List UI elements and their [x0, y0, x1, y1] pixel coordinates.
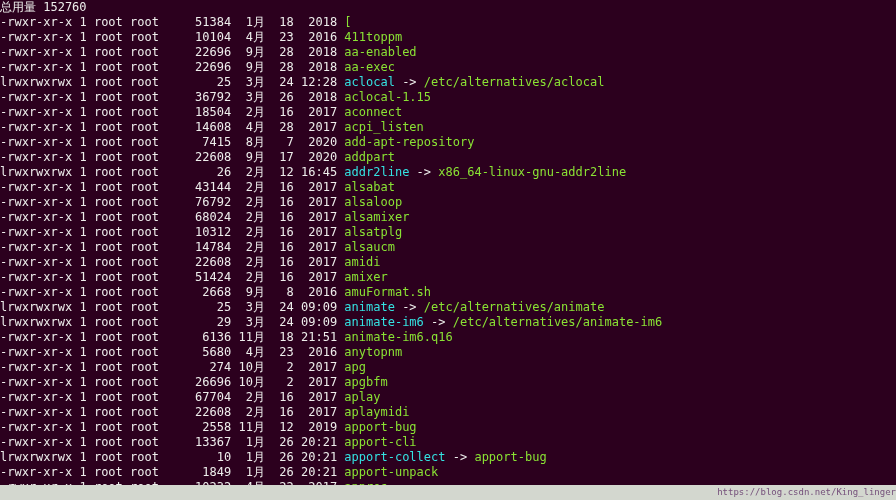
filename: [ — [344, 15, 351, 29]
terminal-output: 总用量 152760-rwxr-xr-x 1 root root 51384 1… — [0, 0, 896, 500]
file-row: -rwxr-xr-x 1 root root 22608 2月 16 2017 … — [0, 255, 896, 270]
filename: aa-exec — [344, 60, 395, 74]
filename: animate-im6 — [344, 315, 423, 329]
filename: apport-unpack — [344, 465, 438, 479]
link-target: /etc/alternatives/aclocal — [424, 75, 605, 89]
file-row: -rwxr-xr-x 1 root root 36792 3月 26 2018 … — [0, 90, 896, 105]
link-target: /etc/alternatives/animate — [424, 300, 605, 314]
file-row: lrwxrwxrwx 1 root root 25 3月 24 12:28 ac… — [0, 75, 896, 90]
filename: aclocal-1.15 — [344, 90, 431, 104]
file-row: -rwxr-xr-x 1 root root 43144 2月 16 2017 … — [0, 180, 896, 195]
filename: addpart — [344, 150, 395, 164]
file-row: lrwxrwxrwx 1 root root 10 1月 26 20:21 ap… — [0, 450, 896, 465]
filename: acpi_listen — [344, 120, 423, 134]
link-target: apport-bug — [474, 450, 546, 464]
filename: alsaloop — [344, 195, 402, 209]
file-row: -rwxr-xr-x 1 root root 22696 9月 28 2018 … — [0, 45, 896, 60]
filename: aclocal — [344, 75, 395, 89]
file-row: -rwxr-xr-x 1 root root 22696 9月 28 2018 … — [0, 60, 896, 75]
file-row: -rwxr-xr-x 1 root root 1849 1月 26 20:21 … — [0, 465, 896, 480]
filename: anytopnm — [344, 345, 402, 359]
file-row: -rwxr-xr-x 1 root root 68024 2月 16 2017 … — [0, 210, 896, 225]
file-row: lrwxrwxrwx 1 root root 26 2月 12 16:45 ad… — [0, 165, 896, 180]
file-row: -rwxr-xr-x 1 root root 14608 4月 28 2017 … — [0, 120, 896, 135]
filename: apg — [344, 360, 366, 374]
file-row: -rwxr-xr-x 1 root root 18504 2月 16 2017 … — [0, 105, 896, 120]
filename: amixer — [344, 270, 387, 284]
filename: apport-bug — [344, 420, 416, 434]
file-row: -rwxr-xr-x 1 root root 10104 4月 23 2016 … — [0, 30, 896, 45]
file-row: lrwxrwxrwx 1 root root 29 3月 24 09:09 an… — [0, 315, 896, 330]
file-row: -rwxr-xr-x 1 root root 7415 8月 7 2020 ad… — [0, 135, 896, 150]
filename: aconnect — [344, 105, 402, 119]
filename: aplaymidi — [344, 405, 409, 419]
file-row: -rwxr-xr-x 1 root root 6136 11月 18 21:51… — [0, 330, 896, 345]
file-row: -rwxr-xr-x 1 root root 76792 2月 16 2017 … — [0, 195, 896, 210]
file-row: -rwxr-xr-x 1 root root 10312 2月 16 2017 … — [0, 225, 896, 240]
filename: alsaucm — [344, 240, 395, 254]
filename: addr2line — [344, 165, 409, 179]
file-row: -rwxr-xr-x 1 root root 14784 2月 16 2017 … — [0, 240, 896, 255]
file-row: -rwxr-xr-x 1 root root 22608 2月 16 2017 … — [0, 405, 896, 420]
link-target: x86_64-linux-gnu-addr2line — [438, 165, 626, 179]
filename: alsamixer — [344, 210, 409, 224]
filename: apgbfm — [344, 375, 387, 389]
file-row: -rwxr-xr-x 1 root root 22608 9月 17 2020 … — [0, 150, 896, 165]
filename: alsatplg — [344, 225, 402, 239]
terminal[interactable]: 总用量 152760-rwxr-xr-x 1 root root 51384 1… — [0, 0, 896, 500]
filename: apport-cli — [344, 435, 416, 449]
filename: 411toppm — [344, 30, 402, 44]
filename: amuFormat.sh — [344, 285, 431, 299]
file-row: -rwxr-xr-x 1 root root 26696 10月 2 2017 … — [0, 375, 896, 390]
filename: alsabat — [344, 180, 395, 194]
filename: aplay — [344, 390, 380, 404]
link-target: /etc/alternatives/animate-im6 — [453, 315, 663, 329]
file-row: -rwxr-xr-x 1 root root 274 10月 2 2017 ap… — [0, 360, 896, 375]
file-row: -rwxr-xr-x 1 root root 2668 9月 8 2016 am… — [0, 285, 896, 300]
file-row: -rwxr-xr-x 1 root root 67704 2月 16 2017 … — [0, 390, 896, 405]
file-row: -rwxr-xr-x 1 root root 51424 2月 16 2017 … — [0, 270, 896, 285]
filename: amidi — [344, 255, 380, 269]
filename: animate-im6.q16 — [344, 330, 452, 344]
filename: animate — [344, 300, 395, 314]
filename: apport-collect — [344, 450, 445, 464]
file-row: -rwxr-xr-x 1 root root 5680 4月 23 2016 a… — [0, 345, 896, 360]
filename: add-apt-repository — [344, 135, 474, 149]
watermark: https://blog.csdn.net/King_linger — [717, 485, 896, 500]
file-row: -rwxr-xr-x 1 root root 2558 11月 12 2019 … — [0, 420, 896, 435]
file-row: -rwxr-xr-x 1 root root 51384 1月 18 2018 … — [0, 15, 896, 30]
filename: aa-enabled — [344, 45, 416, 59]
file-row: -rwxr-xr-x 1 root root 13367 1月 26 20:21… — [0, 435, 896, 450]
file-row: lrwxrwxrwx 1 root root 25 3月 24 09:09 an… — [0, 300, 896, 315]
header-line: 总用量 152760 — [0, 0, 896, 15]
